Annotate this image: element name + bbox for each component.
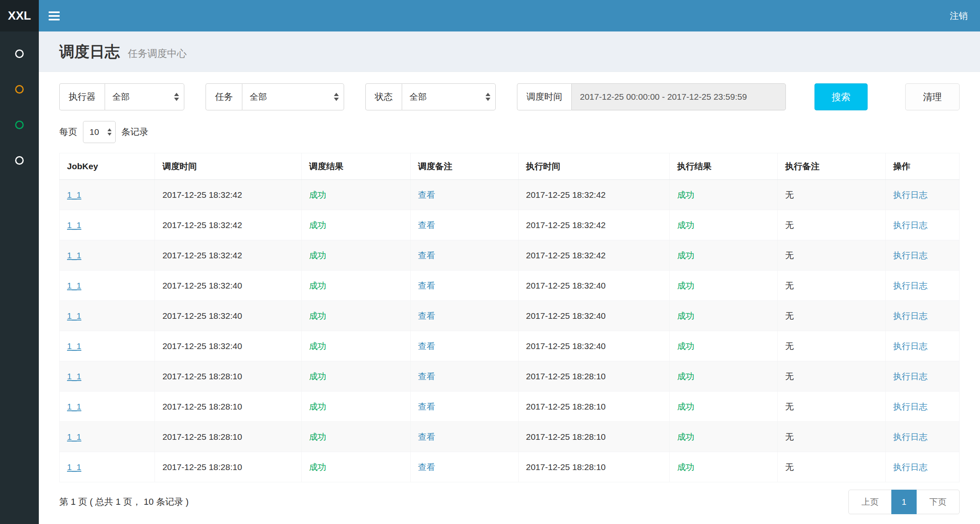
trigger-time-cell: 2017-12-25 18:32:42 [162, 190, 242, 199]
exec-log-link[interactable]: 执行日志 [893, 220, 927, 230]
handle-time-cell: 2017-12-25 18:28:10 [526, 462, 606, 472]
status-select[interactable]: 全部 [402, 83, 496, 110]
next-page-button[interactable]: 下页 [916, 490, 960, 514]
handle-result-cell: 成功 [677, 281, 694, 290]
jobkey-link[interactable]: 1_1 [67, 311, 81, 320]
exec-log-link[interactable]: 执行日志 [893, 311, 927, 320]
logout-link[interactable]: 注销 [937, 0, 980, 31]
circle-icon [15, 121, 24, 129]
navbar-main: 注销 [39, 0, 980, 31]
col-header-trigger-time: 调度时间 [155, 153, 302, 180]
table-row: 1_1 2017-12-25 18:28:10 成功 查看 2017-12-25… [60, 422, 960, 452]
table-row: 1_1 2017-12-25 18:32:42 成功 查看 2017-12-25… [60, 180, 960, 210]
handle-msg-cell: 无 [785, 372, 794, 381]
trigger-time-cell: 2017-12-25 18:32:42 [162, 220, 242, 230]
sidebar-item-1[interactable] [15, 49, 24, 58]
executor-filter-group: 执行器 全部 [59, 83, 184, 110]
page-size-suffix: 条记录 [121, 126, 148, 138]
exec-log-link[interactable]: 执行日志 [893, 251, 927, 260]
handle-result-cell: 成功 [677, 372, 694, 381]
table-row: 1_1 2017-12-25 18:32:40 成功 查看 2017-12-25… [60, 301, 960, 331]
page-size-value: 10 [89, 127, 99, 137]
table-row: 1_1 2017-12-25 18:28:10 成功 查看 2017-12-25… [60, 361, 960, 392]
pagination-info: 第 1 页 ( 总共 1 页， 10 条记录 ) [59, 496, 189, 508]
jobkey-link[interactable]: 1_1 [67, 220, 81, 230]
trigger-msg-link[interactable]: 查看 [418, 251, 435, 260]
trigger-result-cell: 成功 [309, 311, 326, 320]
jobkey-link[interactable]: 1_1 [67, 462, 81, 472]
page-size-prefix: 每页 [59, 126, 77, 138]
handle-msg-cell: 无 [785, 220, 794, 230]
trigger-time-cell: 2017-12-25 18:32:42 [162, 251, 242, 260]
trigger-msg-link[interactable]: 查看 [418, 341, 435, 351]
trigger-result-cell: 成功 [309, 341, 326, 351]
top-navbar: XXL 注销 [0, 0, 980, 31]
trigger-result-cell: 成功 [309, 251, 326, 260]
status-select-value: 全部 [409, 91, 427, 103]
jobkey-link[interactable]: 1_1 [67, 190, 81, 199]
job-filter-label: 任务 [206, 83, 242, 110]
clear-button[interactable]: 清理 [905, 83, 960, 110]
main-content: 调度日志 任务调度中心 执行器 全部 任务 全部 [39, 31, 980, 524]
jobkey-link[interactable]: 1_1 [67, 281, 81, 290]
page-size-select[interactable]: 10 [83, 121, 116, 143]
sidebar-toggle-button[interactable] [39, 0, 69, 31]
jobkey-link[interactable]: 1_1 [67, 372, 81, 381]
content-panel: 执行器 全部 任务 全部 状态 全部 [39, 72, 980, 524]
handle-result-cell: 成功 [677, 341, 694, 351]
trigger-result-cell: 成功 [309, 281, 326, 290]
handle-time-cell: 2017-12-25 18:28:10 [526, 372, 606, 381]
trigger-msg-link[interactable]: 查看 [418, 311, 435, 320]
table-footer: 第 1 页 ( 总共 1 页， 10 条记录 ) 上页 1 下页 [59, 490, 960, 514]
prev-page-button[interactable]: 上页 [848, 490, 892, 514]
exec-log-link[interactable]: 执行日志 [893, 372, 927, 381]
sidebar [0, 31, 39, 524]
current-page-button[interactable]: 1 [891, 490, 917, 514]
trigger-time-cell: 2017-12-25 18:32:40 [162, 281, 242, 290]
executor-select-value: 全部 [112, 91, 130, 103]
trigger-msg-link[interactable]: 查看 [418, 432, 435, 441]
trigger-msg-link[interactable]: 查看 [418, 402, 435, 411]
search-button[interactable]: 搜索 [814, 83, 868, 110]
handle-result-cell: 成功 [677, 251, 694, 260]
handle-msg-cell: 无 [785, 341, 794, 351]
exec-log-link[interactable]: 执行日志 [893, 190, 927, 199]
sidebar-item-3[interactable] [15, 121, 24, 129]
handle-time-cell: 2017-12-25 18:32:42 [526, 220, 606, 230]
col-header-jobkey: JobKey [60, 153, 155, 180]
exec-log-link[interactable]: 执行日志 [893, 281, 927, 290]
jobkey-link[interactable]: 1_1 [67, 341, 81, 351]
col-header-trigger-result: 调度结果 [302, 153, 410, 180]
trigger-msg-link[interactable]: 查看 [418, 190, 435, 199]
executor-select[interactable]: 全部 [105, 83, 184, 110]
trigger-msg-link[interactable]: 查看 [418, 372, 435, 381]
job-select[interactable]: 全部 [242, 83, 344, 110]
sidebar-item-2[interactable] [15, 85, 24, 94]
exec-log-link[interactable]: 执行日志 [893, 462, 927, 472]
app-logo[interactable]: XXL [0, 0, 39, 31]
col-header-handle-msg: 执行备注 [778, 153, 886, 180]
page-header: 调度日志 任务调度中心 [39, 31, 980, 72]
pagination: 上页 1 下页 [848, 490, 960, 514]
select-stepper-icon [486, 93, 490, 101]
filter-bar: 执行器 全部 任务 全部 状态 全部 [59, 83, 960, 110]
jobkey-link[interactable]: 1_1 [67, 432, 81, 441]
trigger-time-input[interactable] [571, 83, 786, 110]
jobkey-link[interactable]: 1_1 [67, 402, 81, 411]
trigger-msg-link[interactable]: 查看 [418, 462, 435, 472]
jobkey-link[interactable]: 1_1 [67, 251, 81, 260]
job-filter-group: 任务 全部 [206, 83, 344, 110]
log-table-body: 1_1 2017-12-25 18:32:42 成功 查看 2017-12-25… [60, 180, 960, 482]
trigger-msg-link[interactable]: 查看 [418, 281, 435, 290]
handle-result-cell: 成功 [677, 432, 694, 441]
executor-filter-label: 执行器 [59, 83, 105, 110]
sidebar-item-4[interactable] [15, 156, 24, 165]
trigger-msg-link[interactable]: 查看 [418, 220, 435, 230]
exec-log-link[interactable]: 执行日志 [893, 402, 927, 411]
job-select-value: 全部 [250, 91, 267, 103]
exec-log-link[interactable]: 执行日志 [893, 341, 927, 351]
trigger-time-cell: 2017-12-25 18:28:10 [162, 372, 242, 381]
col-header-trigger-msg: 调度备注 [410, 153, 518, 180]
handle-time-cell: 2017-12-25 18:32:40 [526, 281, 606, 290]
exec-log-link[interactable]: 执行日志 [893, 432, 927, 441]
